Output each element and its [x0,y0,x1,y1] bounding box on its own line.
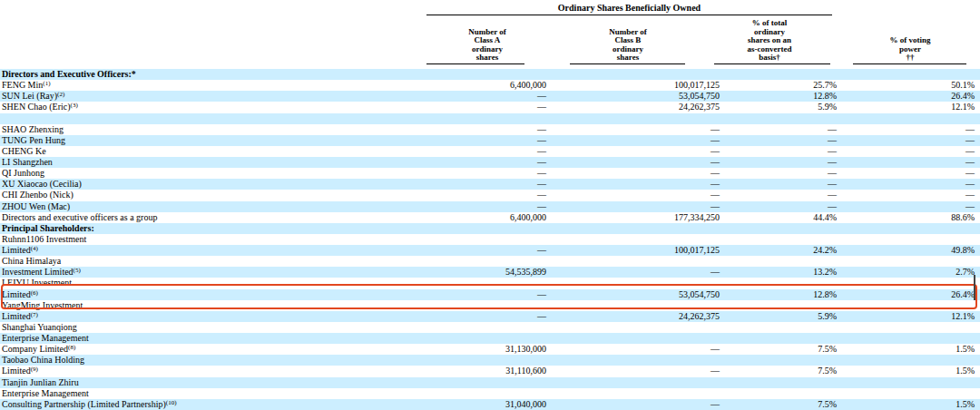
shareholder-name: Directors and executive officers as a gr… [0,212,419,223]
shareholder-name: TUNG Pen Hung [0,135,419,146]
cell-pct-voting-power: 50.1% [841,80,980,91]
cell-class-b-shares [551,256,724,267]
table-row: YangMing Investment [0,300,980,311]
cell-class-a-shares: — [419,179,551,190]
cell-pct-total-shares: 44.4% [724,212,841,223]
column-underline-pct-voting [853,63,966,64]
table-row: Limited(7)—24,262,3755.9%12.1% [0,311,980,322]
cell-class-b-shares [551,69,724,80]
shareholder-name: Tianjin Junlian Zhiru [0,377,419,388]
cell-class-b-shares [551,223,724,234]
footnote-reference: (3) [71,102,78,109]
cell-class-b-shares [551,234,724,245]
cell-class-b-shares: — [551,201,724,212]
table-row: CHI Zhenbo (Nick)———— [0,190,980,200]
cell-pct-total-shares: 25.7% [724,80,841,91]
footnote-reference: (8) [68,344,75,351]
table-header: Ordinary Shares Beneficially Owned Numbe… [0,0,980,68]
cell-pct-total-shares: 12.8% [724,91,841,102]
cell-pct-total-shares: — [724,157,841,168]
cell-pct-total-shares [724,322,841,333]
table-row: Limited(6)—53,054,75012.8%26.4% [0,289,980,300]
cell-pct-voting-power: 12.1% [841,311,980,322]
cell-pct-total-shares: 24.2% [724,245,841,256]
shareholder-name: ZHOU Wen (Mac) [0,201,419,212]
cell-class-b-shares: — [551,399,724,410]
cell-pct-voting-power: — [841,168,980,179]
cell-class-a-shares [419,223,551,234]
cell-pct-voting-power [841,234,980,245]
table-row: Taobao China Holding [0,355,980,366]
cell-pct-voting-power: 26.4% [841,289,980,300]
table-row: Company Limited(8)31,130,000—7.5%1.5% [0,344,980,355]
cell-class-b-shares [551,333,724,344]
cell-pct-total-shares [724,223,841,234]
table-row: Principal Shareholders: [0,223,980,234]
cell-class-a-shares: — [419,146,551,157]
cell-pct-total-shares [724,69,841,80]
cell-pct-voting-power [841,300,980,311]
cell-class-a-shares [419,377,551,388]
footnote-reference: (9) [31,366,38,373]
cell-class-a-shares: 6,400,000 [419,80,551,91]
table-row: Enterprise Management [0,333,980,344]
cell-class-a-shares [419,256,551,267]
cell-pct-total-shares [724,113,841,124]
cell-pct-voting-power: 1.5% [841,344,980,355]
cell-class-a-shares: — [419,245,551,256]
cell-class-b-shares [551,377,724,388]
table-row: LEIYU Investment [0,278,980,288]
cell-pct-total-shares: — [724,190,841,200]
table-row: Limited(4)—100,017,12524.2%49.8% [0,245,980,256]
shareholder-name [0,113,419,124]
cell-class-a-shares: 6,400,000 [419,212,551,223]
cell-pct-voting-power: — [841,135,980,146]
cell-pct-total-shares: — [724,135,841,146]
cell-class-a-shares: — [419,190,551,200]
cell-pct-total-shares: 13.2% [724,267,841,278]
footnote-reference: (1) [43,80,50,87]
footnote-reference: (10) [166,398,177,405]
cell-pct-voting-power [841,388,980,399]
cell-class-a-shares: — [419,201,551,212]
spanner-title: Ordinary Shares Beneficially Owned [426,2,832,14]
cell-pct-voting-power: — [841,146,980,157]
shareholder-name: Enterprise Management [0,388,419,399]
cell-pct-total-shares: — [724,179,841,190]
table-row: Investment Limited(5)54,535,899—13.2%2.7… [0,267,980,278]
cell-class-b-shares: — [551,157,724,168]
cell-pct-total-shares: — [724,168,841,179]
cell-class-b-shares: — [551,179,724,190]
shareholder-name: Taobao China Holding [0,355,419,366]
cell-pct-total-shares: 12.8% [724,289,841,300]
cell-class-a-shares [419,333,551,344]
table-row: FENG Min(1)6,400,000100,017,12525.7%50.1… [0,80,980,91]
shareholder-name: Limited(7) [0,311,419,322]
shareholder-name: SHEN Chao (Eric)(3) [0,102,419,112]
shareholder-name: Limited(4) [0,245,419,256]
cell-class-a-shares: 31,040,000 [419,399,551,410]
cell-class-b-shares [551,300,724,311]
table-row: Consulting Partnership (Limited Partners… [0,399,980,410]
shareholder-name: Shanghai Yuanqiong [0,322,419,333]
column-header-class-a-shares: Number of Class A ordinary shares [419,28,555,63]
cell-class-a-shares [419,234,551,245]
column-header-class-b-shares: Number of Class B ordinary shares [560,28,696,63]
cell-class-a-shares: — [419,289,551,300]
shareholder-name: Investment Limited(5) [0,267,419,278]
cell-pct-voting-power [841,377,980,388]
table-row: Shanghai Yuanqiong [0,322,980,333]
cell-pct-total-shares: 7.5% [724,366,841,376]
cell-pct-voting-power: 49.8% [841,245,980,256]
cell-pct-total-shares: 7.5% [724,399,841,410]
shareholder-name: Enterprise Management [0,333,419,344]
table-row: Directors and executive officers as a gr… [0,212,980,223]
column-underline-class-a [426,63,524,64]
shareholder-name: Directors and Executive Officers:* [0,69,419,80]
cell-class-a-shares: — [419,311,551,322]
shareholder-name: XU Xiaocao (Cecilia) [0,179,419,190]
cell-class-b-shares: 24,262,375 [551,311,724,322]
cell-pct-voting-power: 88.6% [841,212,980,223]
shareholder-name: CHI Zhenbo (Nick) [0,190,419,200]
cell-class-a-shares [419,278,551,288]
